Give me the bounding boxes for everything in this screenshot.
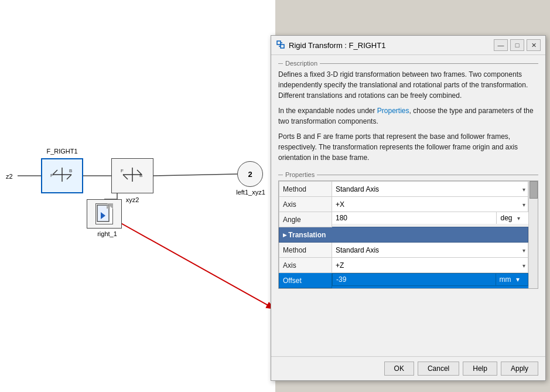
- scrollbar[interactable]: [528, 181, 538, 288]
- row1-col2[interactable]: Standard Axis ▾: [332, 182, 528, 197]
- table-row-selected[interactable]: Offset -39 mm▾: [279, 273, 528, 288]
- properties-header: Properties: [278, 171, 538, 178]
- row7-col2[interactable]: -39 mm▾: [332, 273, 528, 286]
- frame-icon-xyz2: B F: [117, 163, 148, 188]
- scrollbar-thumb[interactable]: [529, 181, 538, 199]
- block-circle[interactable]: 2: [237, 161, 263, 187]
- properties-table-container: Method Standard Axis ▾ Axis +X ▾: [278, 180, 538, 289]
- svg-line-2: [153, 174, 237, 176]
- title-bar-buttons: — □ ✕: [494, 39, 541, 51]
- description-text: Defines a fixed 3-D rigid transformation…: [278, 69, 538, 163]
- title-bar: Rigid Transform : F_RIGHT1 — □ ✕: [271, 36, 545, 55]
- translation-group-header: ▸ Translation: [279, 227, 528, 243]
- svg-line-11: [67, 175, 71, 179]
- ok-button[interactable]: OK: [384, 362, 414, 376]
- dropdown-arrow: ▾: [522, 186, 525, 192]
- table-row: Angle 180 deg▾: [279, 212, 528, 227]
- frame-icon-f-right1: F B: [47, 163, 77, 188]
- row3-col1: Angle: [279, 212, 332, 227]
- description-header: Description: [278, 60, 538, 67]
- properties-table: Method Standard Axis ▾ Axis +X ▾: [279, 181, 528, 288]
- desc-para-3: Ports B and F are frame ports that repre…: [278, 131, 538, 163]
- block-right1[interactable]: [87, 199, 122, 229]
- svg-text:F: F: [121, 168, 124, 173]
- row6-col1: Axis: [279, 258, 332, 273]
- row5-col2[interactable]: Standard Axis ▾: [332, 243, 528, 258]
- canvas-area: z2: [0, 0, 275, 392]
- dialog-content: Description Defines a fixed 3-D rigid tr…: [271, 55, 545, 356]
- dropdown-arrow: ▾: [522, 247, 525, 253]
- svg-text:F: F: [50, 173, 53, 178]
- svg-rect-24: [281, 45, 284, 48]
- block-f-right1[interactable]: F B: [41, 158, 83, 193]
- doc-icon: [95, 203, 113, 224]
- dialog-window: Rigid Transform : F_RIGHT1 — □ ✕ Descrip…: [271, 35, 546, 381]
- port-label-z2: z2: [6, 173, 13, 180]
- z2-label: z2: [6, 173, 13, 180]
- maximize-button[interactable]: □: [510, 39, 524, 51]
- table-row: Method Standard Axis ▾: [279, 243, 528, 258]
- circle-value: 2: [248, 170, 252, 179]
- svg-text:B: B: [139, 173, 142, 178]
- dialog-title: Rigid Transform : F_RIGHT1: [289, 41, 494, 50]
- dropdown-arrow: ▾: [522, 201, 525, 207]
- table-row: Method Standard Axis ▾: [279, 182, 528, 197]
- table-row: Axis +X ▾: [279, 197, 528, 212]
- table-row: Axis +Z ▾: [279, 258, 528, 273]
- svg-rect-22: [107, 205, 110, 209]
- cancel-button[interactable]: Cancel: [418, 362, 459, 376]
- row6-col2[interactable]: +Z ▾: [332, 258, 528, 273]
- help-button[interactable]: Help: [463, 362, 497, 376]
- diagram: z2: [0, 0, 275, 392]
- desc-para-2: In the expandable nodes under Properties…: [278, 105, 538, 127]
- row5-col1: Method: [279, 243, 332, 258]
- f-right1-label: F_RIGHT1: [41, 148, 83, 155]
- row1-col1: Method: [279, 182, 332, 197]
- svg-text:B: B: [69, 168, 72, 173]
- title-bar-icon: [276, 40, 285, 51]
- dialog-footer: OK Cancel Help Apply: [271, 356, 545, 380]
- dropdown-arrow: ▾: [522, 262, 525, 268]
- apply-button[interactable]: Apply: [501, 362, 538, 376]
- right1-label: right_1: [87, 230, 128, 237]
- properties-section: Properties Method Standard Axis ▾: [271, 171, 545, 289]
- svg-rect-23: [277, 41, 281, 45]
- minimize-button[interactable]: —: [494, 39, 508, 51]
- block-xyz2[interactable]: B F: [111, 158, 153, 193]
- svg-line-10: [53, 170, 57, 175]
- description-section: Description Defines a fixed 3-D rigid tr…: [271, 55, 545, 171]
- row7-col1: Offset: [279, 273, 332, 288]
- circle-label: left1_xyz1: [233, 189, 268, 196]
- row2-col1: Axis: [279, 197, 332, 212]
- close-button[interactable]: ✕: [527, 39, 541, 51]
- svg-line-7: [104, 214, 275, 309]
- group-header-label: ▸ Translation: [279, 227, 528, 243]
- desc-para-1: Defines a fixed 3-D rigid transformation…: [278, 69, 538, 101]
- row2-col2[interactable]: +X ▾: [332, 197, 528, 212]
- row3-col2[interactable]: 180 deg▾: [332, 212, 528, 224]
- svg-line-17: [123, 175, 128, 179]
